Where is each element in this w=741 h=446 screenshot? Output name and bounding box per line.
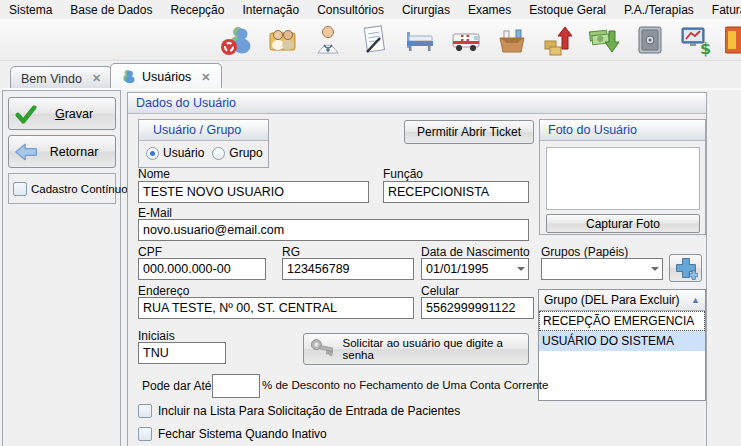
iniciais-label: Iniciais xyxy=(138,329,175,343)
retornar-label: Retornar xyxy=(43,145,115,159)
cpf-label: CPF xyxy=(138,245,162,259)
solicitar-senha-button[interactable]: Solicitar ao usuário que digite a senha xyxy=(303,333,529,365)
incluir-lista-checkbox[interactable] xyxy=(138,404,152,418)
toolbar: $ xyxy=(0,19,741,61)
foto-usuario-title: Foto do Usuário xyxy=(540,120,705,141)
finance-chart-icon[interactable]: $ xyxy=(677,22,714,58)
tab-label: Usuários xyxy=(142,70,191,84)
radio-usuario[interactable] xyxy=(146,147,159,160)
money-down-icon[interactable] xyxy=(585,22,622,58)
nome-input[interactable] xyxy=(138,181,369,203)
incluir-lista-row: Incluir na Lista Para Solicitação de Ent… xyxy=(138,404,460,418)
list-item[interactable]: USUÁRIO DO SISTEMA xyxy=(539,331,705,351)
usuario-grupo-group: Usuário / Grupo Usuário Grupo xyxy=(138,119,269,168)
chevron-down-icon[interactable] xyxy=(651,267,659,271)
people-folder-icon[interactable] xyxy=(263,22,300,58)
nascimento-label: Data de Nascimento xyxy=(421,245,530,259)
menu-estoque-geral[interactable]: Estoque Geral xyxy=(520,1,615,19)
capturar-foto-button[interactable]: Capturar Foto xyxy=(546,214,700,233)
radio-grupo[interactable] xyxy=(212,147,225,160)
tab-usuarios[interactable]: Usuários ✕ xyxy=(110,63,222,90)
solicitar-senha-label: Solicitar ao usuário que digite a senha xyxy=(343,337,528,361)
menu-sistema[interactable]: Sistema xyxy=(0,1,61,19)
menu-recepcao[interactable]: Recepção xyxy=(161,1,233,19)
sidebar: Gravar Retornar Cadastro Contínuo xyxy=(2,90,121,446)
cadastro-continuo-label: Cadastro Contínuo xyxy=(31,183,128,195)
endereco-input[interactable] xyxy=(138,297,414,319)
grupos-papeis-label: Grupos (Papéis) xyxy=(541,245,628,259)
desconto-input[interactable] xyxy=(212,374,260,398)
incluir-lista-label: Incluir na Lista Para Solicitação de Ent… xyxy=(158,404,460,418)
document-pen-icon[interactable] xyxy=(355,22,392,58)
users-tab-icon xyxy=(121,68,136,86)
foto-usuario-group: Foto do Usuário Capturar Foto xyxy=(539,119,706,235)
add-plus-icon xyxy=(674,256,698,280)
tab-bar: Bem Vindo ✕ Usuários ✕ xyxy=(0,61,741,90)
app-window: Sistema Base de Dados Recepção Internaçã… xyxy=(0,0,741,446)
funcao-label: Função xyxy=(383,167,423,181)
menu-pa-terapias[interactable]: P.A./Terapias xyxy=(615,1,703,19)
safe-icon[interactable] xyxy=(631,22,668,58)
radio-usuario-label: Usuário xyxy=(163,146,204,160)
grupo-list: Grupo (DEL Para Excluir) ▲ RECEPÇÃO EMER… xyxy=(538,289,706,401)
sort-asc-icon[interactable]: ▲ xyxy=(691,295,700,305)
foto-preview xyxy=(546,147,700,210)
fechar-sistema-checkbox[interactable] xyxy=(138,427,152,441)
key-icon xyxy=(309,337,338,361)
grupo-list-header-label: Grupo (DEL Para Excluir) xyxy=(544,293,680,307)
close-icon[interactable]: ✕ xyxy=(197,71,210,84)
nascimento-input[interactable] xyxy=(421,258,529,280)
endereco-label: Endereço xyxy=(138,284,189,298)
close-icon[interactable]: ✕ xyxy=(88,72,101,85)
users-sync-icon[interactable] xyxy=(217,22,254,58)
desconto-prefix-label: Pode dar Até: xyxy=(142,379,215,393)
usuario-grupo-title: Usuário / Grupo xyxy=(139,120,268,141)
stock-up-icon[interactable] xyxy=(539,22,576,58)
menu-exames[interactable]: Exames xyxy=(459,1,520,19)
menu-consultorios[interactable]: Consultórios xyxy=(308,1,393,19)
fechar-sistema-label: Fechar Sistema Quando Inativo xyxy=(158,427,327,441)
add-group-button[interactable] xyxy=(669,254,702,282)
email-input[interactable] xyxy=(138,219,529,241)
email-label: E-Mail xyxy=(138,206,172,220)
menu-cirurgias[interactable]: Cirurgias xyxy=(393,1,459,19)
rg-input[interactable] xyxy=(282,258,414,280)
funcao-input[interactable] xyxy=(383,181,529,203)
arrow-left-icon xyxy=(9,142,43,162)
nome-label: Nome xyxy=(138,167,170,181)
grupo-list-header[interactable]: Grupo (DEL Para Excluir) ▲ xyxy=(539,290,705,311)
menu-base-de-dados[interactable]: Base de Dados xyxy=(61,1,161,19)
gravar-button[interactable]: Gravar xyxy=(8,97,116,130)
nascimento-datepicker[interactable] xyxy=(421,258,529,280)
menu-faturamento[interactable]: Faturamento xyxy=(703,1,741,19)
cadastro-continuo-checkbox[interactable] xyxy=(13,182,27,196)
fechar-sistema-row: Fechar Sistema Quando Inativo xyxy=(138,427,327,441)
medicine-box-icon[interactable] xyxy=(493,22,530,58)
cadastro-continuo-panel: Cadastro Contínuo xyxy=(8,173,116,204)
dados-usuario-title: Dados do Usuário xyxy=(128,93,706,114)
cpf-input[interactable] xyxy=(138,258,266,280)
permitir-abrir-ticket-button[interactable]: Permitir Abrir Ticket xyxy=(404,120,534,144)
dados-usuario-group: Dados do Usuário Usuário / Grupo Usuário… xyxy=(127,92,707,446)
grupos-combobox[interactable] xyxy=(541,258,663,280)
chevron-down-icon[interactable] xyxy=(517,267,525,271)
gravar-label: Gravar xyxy=(43,107,115,121)
doctor-icon[interactable] xyxy=(309,22,346,58)
rg-label: RG xyxy=(282,245,300,259)
check-icon xyxy=(9,104,43,124)
menu-internacao[interactable]: Internação xyxy=(233,1,308,19)
clipped-icon[interactable] xyxy=(723,22,741,58)
ambulance-icon[interactable] xyxy=(447,22,484,58)
iniciais-input[interactable] xyxy=(138,342,226,364)
retornar-button[interactable]: Retornar xyxy=(8,135,116,168)
desconto-suffix-label: % de Desconto no Fechamento de Uma Conta… xyxy=(262,379,548,391)
tab-label: Bem Vindo xyxy=(21,72,82,86)
celular-label: Celular xyxy=(421,284,459,298)
svg-text:$: $ xyxy=(700,39,711,57)
tab-bem-vindo[interactable]: Bem Vindo ✕ xyxy=(10,66,112,90)
menu-bar: Sistema Base de Dados Recepção Internaçã… xyxy=(0,0,741,19)
hospital-bed-icon[interactable] xyxy=(401,22,438,58)
grupos-combo-input[interactable] xyxy=(541,258,663,280)
celular-input[interactable] xyxy=(421,297,534,319)
list-item[interactable]: RECEPÇÃO EMERGENCIA xyxy=(539,311,705,331)
